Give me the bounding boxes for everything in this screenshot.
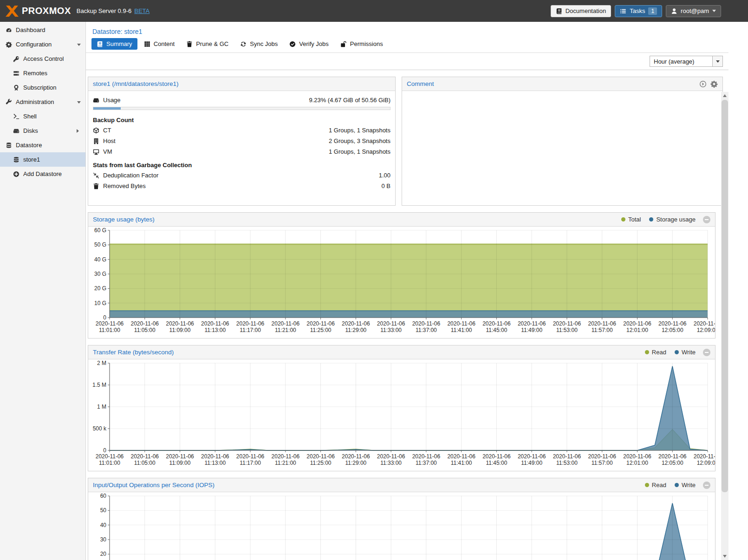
svg-text:30: 30 <box>100 536 107 543</box>
summary-content: store1 (/mnt/datastores/store1) Usage 9.… <box>86 70 728 560</box>
storage-usage-chart: 2020-11-0611:01:002020-11-0611:05:002020… <box>88 227 715 338</box>
tab-verify-jobs[interactable]: Verify Jobs <box>284 38 334 50</box>
sidebar-item-disks[interactable]: Disks <box>0 124 85 138</box>
collapse-icon[interactable] <box>703 216 710 223</box>
svg-text:2020-11-0611:21:00: 2020-11-0611:21:00 <box>272 453 300 466</box>
svg-text:2020-11-0611:53:00: 2020-11-0611:53:00 <box>553 320 581 333</box>
store-info-panel: store1 (/mnt/datastores/store1) Usage 9.… <box>88 77 396 206</box>
legend-storage-usage[interactable]: Storage usage <box>649 216 696 223</box>
svg-text:2020-11-0611:09:00: 2020-11-0611:09:00 <box>166 453 194 466</box>
database-icon <box>13 156 20 163</box>
legend-write[interactable]: Write <box>675 349 696 356</box>
sidebar: Dashboard Configuration Access Control R… <box>0 22 86 560</box>
count-row-vm: VM 1 Groups, 1 Snapshots <box>88 146 395 157</box>
svg-text:50: 50 <box>100 507 107 514</box>
scroll-up-arrow-icon[interactable] <box>721 92 728 99</box>
collapse-icon[interactable] <box>703 349 710 356</box>
scrollbar-thumb[interactable] <box>722 100 728 492</box>
wrench-icon <box>6 99 12 105</box>
sidebar-item-access-control[interactable]: Access Control <box>0 52 85 66</box>
database-icon <box>6 142 12 149</box>
svg-text:2020-11-0612:05:00: 2020-11-0612:05:00 <box>658 320 687 333</box>
store-info-header: store1 (/mnt/datastores/store1) <box>88 77 395 91</box>
circle-arrow-icon[interactable] <box>699 80 707 88</box>
usage-row: Usage 9.23% (4.67 GiB of 50.56 GiB) <box>88 91 395 105</box>
sidebar-item-remotes[interactable]: Remotes <box>0 66 85 80</box>
svg-text:2020-11-0612:09:00: 2020-11-0612:09:00 <box>694 320 715 333</box>
app-header: PROXMOX Backup Server 0.9-6 BETA Documen… <box>0 0 748 22</box>
svg-text:2020-11-0611:09:00: 2020-11-0611:09:00 <box>166 320 194 333</box>
sidebar-item-subscription[interactable]: Subscription <box>0 80 85 95</box>
sidebar-item-shell[interactable]: Shell <box>0 109 85 124</box>
sync-icon <box>240 41 247 47</box>
beta-link[interactable]: BETA <box>134 7 150 14</box>
tasks-button[interactable]: Tasks 1 <box>615 5 662 17</box>
lock-icon <box>340 41 347 47</box>
vertical-scrollbar[interactable] <box>721 92 728 560</box>
svg-text:2020-11-0611:33:00: 2020-11-0611:33:00 <box>377 453 405 466</box>
usage-progress-bar <box>93 107 390 110</box>
legend-read[interactable]: Read <box>645 482 666 488</box>
check-circle-icon <box>289 41 296 47</box>
chart-legend: Total Storage usage <box>613 216 710 223</box>
dashboard-icon <box>6 27 12 33</box>
iops-chart: 2020-11-0611:01:002020-11-0611:05:002020… <box>88 492 715 560</box>
scroll-down-arrow-icon[interactable] <box>721 553 728 560</box>
terminal-icon <box>13 113 20 120</box>
svg-text:2020-11-0611:01:00: 2020-11-0611:01:00 <box>96 453 124 466</box>
legend-read[interactable]: Read <box>645 349 666 356</box>
svg-text:1.5 M: 1.5 M <box>92 382 106 388</box>
product-version: Backup Server 0.9-6 <box>77 7 132 14</box>
timeframe-select[interactable]: Hour (average) <box>650 56 723 67</box>
compress-icon <box>93 172 99 179</box>
svg-text:30 G: 30 G <box>94 271 106 277</box>
svg-text:2020-11-0611:21:00: 2020-11-0611:21:00 <box>272 320 300 333</box>
sidebar-item-administration[interactable]: Administration <box>0 95 85 109</box>
tab-permissions[interactable]: Permissions <box>335 38 388 50</box>
storage-usage-panel: Storage usage (bytes) Total Storage usag… <box>88 212 715 339</box>
user-icon <box>671 8 677 14</box>
tab-summary[interactable]: Summary <box>91 38 137 50</box>
legend-write[interactable]: Write <box>675 482 696 488</box>
legend-dot <box>649 217 653 221</box>
support-badge-icon <box>13 85 20 91</box>
sidebar-item-dashboard[interactable]: Dashboard <box>0 23 85 37</box>
svg-text:2020-11-0611:45:00: 2020-11-0611:45:00 <box>482 453 511 466</box>
gear-icon[interactable] <box>710 80 718 88</box>
page-title: Datastore: store1 <box>86 22 728 38</box>
panel-title: store1 (/mnt/datastores/store1) <box>93 80 179 87</box>
legend-total[interactable]: Total <box>621 216 641 223</box>
comment-panel: Comment <box>402 77 723 206</box>
sidebar-item-configuration[interactable]: Configuration <box>0 37 85 52</box>
chevron-right-icon[interactable] <box>77 129 81 133</box>
combo-trigger[interactable] <box>712 56 722 66</box>
svg-text:10 G: 10 G <box>94 300 106 306</box>
chevron-down-icon[interactable] <box>77 44 81 48</box>
sidebar-item-datastore[interactable]: Datastore <box>0 138 85 152</box>
collapse-icon[interactable] <box>703 482 710 489</box>
svg-text:2020-11-0611:53:00: 2020-11-0611:53:00 <box>553 453 581 466</box>
transfer-rate-panel: Transfer Rate (bytes/second) Read Write <box>88 345 715 471</box>
svg-text:2 M: 2 M <box>97 360 106 366</box>
sidebar-item-store1[interactable]: store1 <box>0 152 85 167</box>
tab-sync-jobs[interactable]: Sync Jobs <box>235 38 283 50</box>
key-icon <box>13 56 20 62</box>
user-menu-button[interactable]: root@pam <box>666 5 721 17</box>
chevron-down-icon[interactable] <box>77 101 81 105</box>
svg-text:0: 0 <box>103 314 106 321</box>
svg-text:2020-11-0612:09:00: 2020-11-0612:09:00 <box>694 453 715 466</box>
trash-icon <box>186 41 193 47</box>
svg-text:2020-11-0611:49:00: 2020-11-0611:49:00 <box>518 453 546 466</box>
tab-content[interactable]: Content <box>139 38 180 50</box>
storage-usage-header: Storage usage (bytes) Total Storage usag… <box>88 213 715 227</box>
backup-count-heading: Backup Count <box>88 112 395 125</box>
svg-text:2020-11-0611:41:00: 2020-11-0611:41:00 <box>447 320 475 333</box>
transfer-rate-chart: 2020-11-0611:01:002020-11-0611:05:002020… <box>88 359 715 471</box>
svg-text:2020-11-0611:49:00: 2020-11-0611:49:00 <box>518 320 546 333</box>
sidebar-item-add-datastore[interactable]: Add Datastore <box>0 167 85 181</box>
chart-legend: Read Write <box>637 482 710 489</box>
documentation-button[interactable]: Documentation <box>551 5 611 17</box>
tab-prune-gc[interactable]: Prune & GC <box>181 38 234 50</box>
svg-text:2020-11-0611:37:00: 2020-11-0611:37:00 <box>412 453 441 466</box>
count-row-ct: CT 1 Groups, 1 Snapshots <box>88 125 395 136</box>
